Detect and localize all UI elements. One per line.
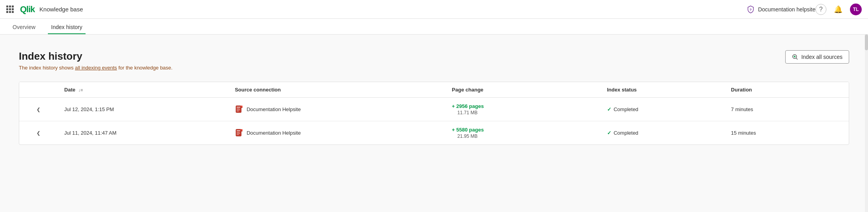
sort-icon: ↓≡ [78, 88, 83, 92]
tab-index-history[interactable]: Index history [48, 24, 85, 34]
subtitle-link[interactable]: all indexing events [75, 65, 117, 71]
svg-rect-9 [237, 130, 241, 131]
scrollbar-thumb[interactable] [865, 35, 868, 50]
svg-rect-5 [237, 110, 240, 110]
page-header: Index history The index history shows al… [19, 50, 849, 71]
pagechange-cell: + 5580 pages 21.95 MB [446, 121, 601, 145]
date-cell: Jul 12, 2024, 1:15 PM [58, 98, 229, 121]
subnav: Overview Index history [0, 19, 868, 35]
index-history-table: Date ↓≡ Source connection Page change In… [19, 82, 849, 145]
table-row: ❮ Jul 12, 2024, 1:15 PM Documentation He… [19, 98, 849, 121]
status-label: Completed [614, 130, 638, 136]
topbar-left: Qlik Knowledge base [6, 4, 746, 15]
date-cell: Jul 11, 2024, 11:47 AM [58, 121, 229, 145]
helpsite-icon: ? [746, 5, 755, 14]
expand-cell: ❮ [19, 121, 58, 145]
source-name: Documentation Helpsite [246, 130, 301, 136]
expand-cell: ❮ [19, 98, 58, 121]
grid-menu-icon[interactable] [6, 5, 14, 13]
pagechange-cell: + 2956 pages 11.71 MB [446, 98, 601, 121]
col-header-pagechange: Page change [446, 82, 601, 98]
col-header-expand [19, 82, 58, 98]
page-subtitle: The index history shows all indexing eve… [19, 65, 173, 71]
source-cell: Documentation Helpsite [228, 98, 445, 121]
svg-rect-6 [237, 111, 239, 111]
app-title: Knowledge base [40, 6, 83, 13]
svg-text:?: ? [749, 8, 752, 12]
source-name: Documentation Helpsite [246, 106, 301, 112]
user-avatar[interactable]: TL [850, 4, 862, 15]
page-title-area: Index history The index history shows al… [19, 50, 173, 71]
tab-overview[interactable]: Overview [9, 24, 38, 34]
table-header-row: Date ↓≡ Source connection Page change In… [19, 82, 849, 98]
expand-chevron-1[interactable]: ❮ [26, 130, 52, 136]
page-change-size: 11.71 MB [452, 110, 594, 115]
notifications-button[interactable]: 🔔 [833, 4, 844, 15]
main-content: Index history The index history shows al… [0, 35, 868, 212]
index-all-sources-button[interactable]: Index all sources [785, 50, 849, 64]
topbar: Qlik Knowledge base ? Documentation help… [0, 0, 868, 19]
expand-chevron-0[interactable]: ❮ [26, 107, 52, 112]
check-icon: ✓ [607, 106, 611, 112]
svg-rect-3 [237, 107, 241, 108]
col-header-date[interactable]: Date ↓≡ [58, 82, 229, 98]
col-header-status: Index status [601, 82, 725, 98]
status-cell: ✓ Completed [601, 121, 725, 145]
page-title: Index history [19, 50, 173, 62]
topbar-center: ? Documentation helpsite [746, 5, 815, 14]
duration-cell: 15 minutes [725, 121, 849, 145]
svg-rect-10 [237, 132, 240, 133]
status-completed: ✓ Completed [607, 130, 718, 136]
col-header-source: Source connection [228, 82, 445, 98]
duration-cell: 7 minutes [725, 98, 849, 121]
check-icon: ✓ [607, 130, 611, 136]
topbar-right: ? 🔔 TL [815, 4, 862, 15]
index-btn-label: Index all sources [801, 54, 842, 60]
source-cell: Documentation Helpsite [228, 121, 445, 145]
source-icon [235, 129, 243, 137]
page-change-add: + 2956 pages [452, 103, 484, 109]
status-label: Completed [614, 106, 638, 112]
svg-rect-11 [237, 133, 240, 134]
col-header-duration: Duration [725, 82, 849, 98]
scrollbar-track[interactable] [865, 35, 868, 212]
page-change-add: + 5580 pages [452, 127, 484, 133]
page-change-size: 21.95 MB [452, 133, 594, 139]
status-cell: ✓ Completed [601, 98, 725, 121]
table-row: ❮ Jul 11, 2024, 11:47 AM Documentation H… [19, 121, 849, 145]
help-button[interactable]: ? [815, 4, 826, 15]
svg-rect-12 [237, 134, 239, 135]
center-label: Documentation helpsite [758, 6, 815, 13]
svg-rect-4 [237, 108, 240, 109]
status-completed: ✓ Completed [607, 106, 718, 112]
source-icon [235, 105, 243, 114]
qlik-logo: Qlik [20, 4, 35, 15]
index-btn-icon [792, 54, 798, 60]
